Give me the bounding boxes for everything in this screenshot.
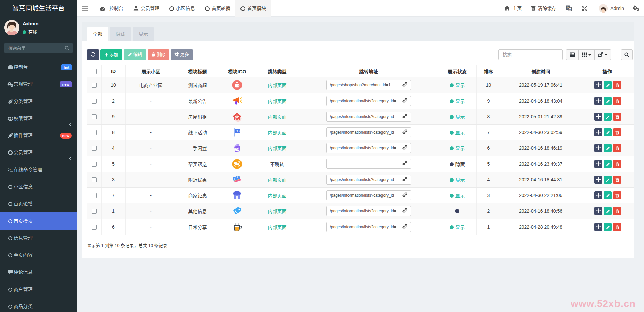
svg-text:¥: ¥ <box>236 129 238 133</box>
svg-text:二手: 二手 <box>235 147 240 151</box>
svg-text:A: A <box>569 8 571 11</box>
svg-text:租: 租 <box>235 115 239 120</box>
